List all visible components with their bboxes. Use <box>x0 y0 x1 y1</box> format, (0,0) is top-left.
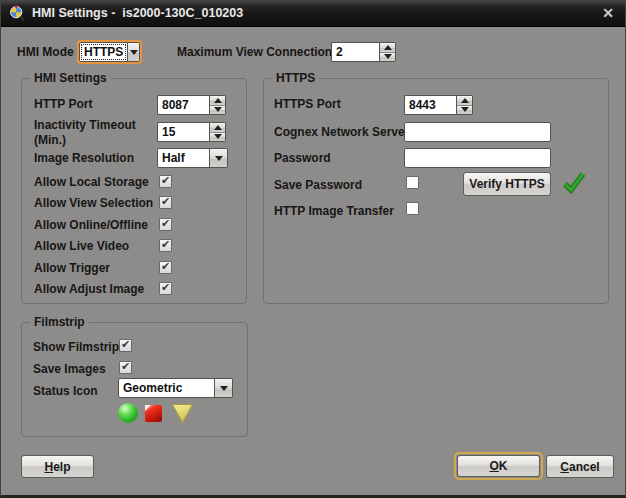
http-port-value[interactable]: 8087 <box>157 95 209 115</box>
allow-adjust-image-checkbox[interactable]: ✔ <box>159 282 172 295</box>
ok-button-focus-ring: OK <box>454 452 543 480</box>
check-icon: ✔ <box>120 361 131 372</box>
hmi-settings-dialog: HMI Settings - is2000-130C_010203 ✕ HMI … <box>0 0 626 498</box>
image-resolution-label: Image Resolution <box>34 151 134 166</box>
image-resolution-select[interactable]: Half <box>157 148 228 168</box>
allow-online-offline-label: Allow Online/Offline <box>34 218 148 233</box>
status-icon-select[interactable]: Geometric <box>118 378 233 398</box>
hmi-mode-select[interactable]: HTTPS <box>79 42 140 62</box>
check-icon: ✔ <box>160 261 171 272</box>
max-view-connections-stepper[interactable]: 2 <box>331 42 396 62</box>
allow-view-selection-checkbox[interactable]: ✔ <box>159 196 172 209</box>
spin-up-icon[interactable] <box>457 96 472 106</box>
spin-down-icon[interactable] <box>380 53 395 62</box>
inactivity-timeout-value[interactable]: 15 <box>157 122 209 142</box>
allow-trigger-label: Allow Trigger <box>34 261 110 276</box>
ok-button[interactable]: OK <box>457 455 540 477</box>
hmi-mode-label: HMI Mode <box>17 45 74 60</box>
http-port-stepper[interactable]: 8087 <box>157 95 226 115</box>
save-password-checkbox[interactable]: ✔ <box>406 176 419 189</box>
show-filmstrip-checkbox[interactable]: ✔ <box>119 339 132 352</box>
http-port-label: HTTP Port <box>34 97 92 112</box>
spin-up-icon[interactable] <box>210 96 225 106</box>
http-image-transfer-label: HTTP Image Transfer <box>274 204 394 219</box>
hmi-mode-value: HTTPS <box>80 43 127 61</box>
inactivity-timeout-label: Inactivity Timeout (Min.) <box>34 118 136 148</box>
image-resolution-value: Half <box>158 149 209 167</box>
check-icon: ✔ <box>120 339 131 350</box>
show-filmstrip-label: Show Filmstrip <box>33 340 119 355</box>
allow-trigger-checkbox[interactable]: ✔ <box>159 261 172 274</box>
password-input[interactable] <box>404 148 551 168</box>
save-password-label: Save Password <box>274 178 362 193</box>
https-port-value[interactable]: 8443 <box>404 95 456 115</box>
check-icon: ✔ <box>160 175 171 186</box>
allow-local-storage-label: Allow Local Storage <box>34 175 149 190</box>
chevron-down-icon[interactable] <box>127 43 139 61</box>
spin-down-icon[interactable] <box>457 106 472 115</box>
verify-https-button[interactable]: Verify HTTPS <box>463 172 551 196</box>
max-view-connections-label: Maximum View Connections <box>177 45 339 60</box>
spin-down-icon[interactable] <box>210 133 225 142</box>
verify-success-checkmark-icon <box>561 170 586 195</box>
allow-local-storage-checkbox[interactable]: ✔ <box>159 175 172 188</box>
max-view-connections-value[interactable]: 2 <box>331 42 379 62</box>
cognex-network-server-input[interactable] <box>404 122 551 142</box>
spin-down-icon[interactable] <box>210 106 225 115</box>
https-port-label: HTTPS Port <box>274 97 341 112</box>
status-fail-square-icon <box>145 405 162 422</box>
titlebar[interactable]: HMI Settings - is2000-130C_010203 ✕ <box>1 0 625 27</box>
inactivity-timeout-stepper[interactable]: 15 <box>157 122 226 142</box>
chevron-down-icon[interactable] <box>214 379 232 397</box>
dialog-title: HMI Settings - is2000-130C_010203 <box>32 0 243 27</box>
close-icon[interactable]: ✕ <box>602 0 614 26</box>
check-icon: ✔ <box>160 239 171 250</box>
filmstrip-group-title: Filmstrip <box>30 315 89 330</box>
spin-up-icon[interactable] <box>210 123 225 133</box>
allow-adjust-image-label: Allow Adjust Image <box>34 282 144 297</box>
allow-view-selection-label: Allow View Selection <box>34 196 153 211</box>
allow-online-offline-checkbox[interactable]: ✔ <box>159 218 172 231</box>
help-button[interactable]: Help <box>21 455 94 478</box>
http-image-transfer-checkbox[interactable]: ✔ <box>406 202 419 215</box>
status-icon-label: Status Icon <box>33 384 98 399</box>
check-icon: ✔ <box>160 218 171 229</box>
save-images-checkbox[interactable]: ✔ <box>119 361 132 374</box>
hmi-settings-group-title: HMI Settings <box>30 71 111 86</box>
cancel-button[interactable]: Cancel <box>546 455 614 478</box>
https-port-stepper[interactable]: 8443 <box>404 95 473 115</box>
allow-live-video-checkbox[interactable]: ✔ <box>159 239 172 252</box>
status-warn-triangle-icon <box>171 403 194 424</box>
chevron-down-icon[interactable] <box>209 149 227 167</box>
cognex-network-server-label: Cognex Network Server <box>274 125 409 140</box>
status-pass-sphere-icon <box>118 403 138 423</box>
check-icon: ✔ <box>160 196 171 207</box>
password-label: Password <box>274 151 331 166</box>
status-icon-value: Geometric <box>119 379 214 397</box>
save-images-label: Save Images <box>33 362 106 377</box>
check-icon: ✔ <box>160 282 171 293</box>
https-group-title: HTTPS <box>272 71 319 86</box>
insight-app-icon <box>9 5 26 22</box>
spin-up-icon[interactable] <box>380 43 395 53</box>
allow-live-video-label: Allow Live Video <box>34 239 129 254</box>
